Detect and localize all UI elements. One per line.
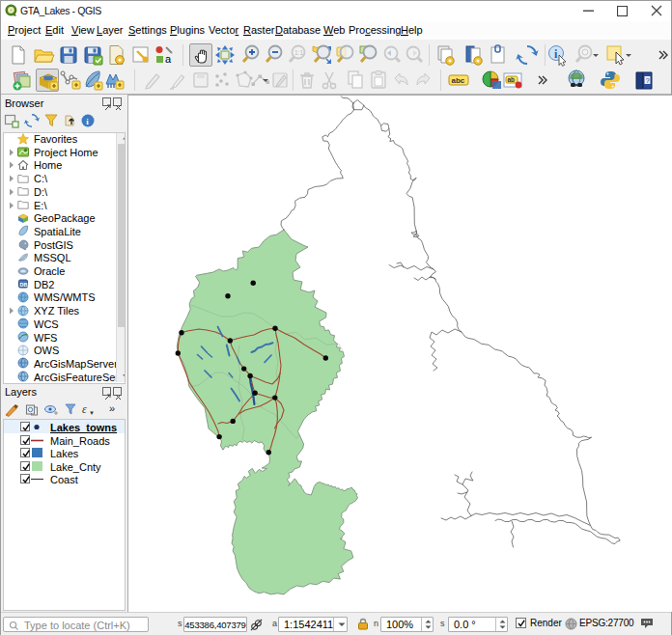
svg-text:abc: abc bbox=[452, 76, 465, 85]
svg-text:DB2: DB2 bbox=[20, 282, 29, 288]
svg-text:1:1: 1:1 bbox=[294, 49, 303, 56]
svg-text:ab: ab bbox=[508, 76, 516, 83]
svg-text:a: a bbox=[165, 53, 172, 65]
svg-text:ε: ε bbox=[82, 402, 87, 416]
svg-text:?: ? bbox=[646, 77, 650, 84]
svg-text:▼: ▼ bbox=[89, 410, 95, 416]
